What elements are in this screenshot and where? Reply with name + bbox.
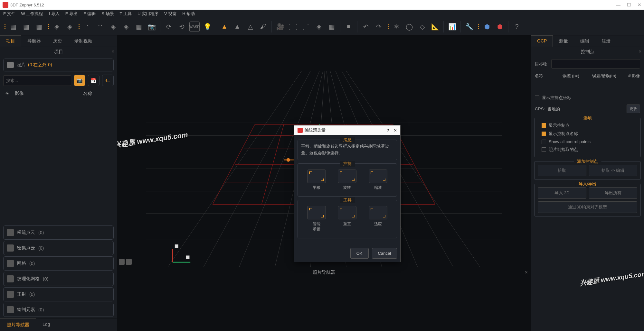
tool-dense-icon[interactable]: ∷ [95,22,105,32]
category-5[interactable]: 绘制元素 (0) [3,303,114,317]
viewport-toggle-1[interactable] [119,259,125,265]
dialog-close-button[interactable]: ✕ [393,128,397,133]
svg-point-38 [287,158,290,162]
close-nav-icon[interactable]: × [525,270,528,275]
tool-wrench-icon[interactable]: 🔧 [464,22,474,32]
menu-export[interactable]: E 导出 [65,11,78,17]
opt-show-all[interactable]: Show all control points [538,138,637,145]
tab-measure[interactable]: 测量 [553,35,574,47]
smart-reset-button[interactable] [307,206,326,219]
tool-open-icon[interactable]: ▦ [21,22,31,32]
tool-camera-icon[interactable]: 📷 [147,22,157,32]
menu-view[interactable]: V 视窗 [164,11,176,17]
export-all-button[interactable]: 导出所有 [589,187,638,199]
fit-button[interactable] [369,206,387,219]
viewport-toggle-2[interactable] [126,259,132,265]
category-3[interactable]: 纹理化网格 (0) [3,272,114,286]
menu-tools[interactable]: T 工具 [120,11,132,17]
tab-edit[interactable]: 编辑 [574,35,595,47]
tool-tri1-icon[interactable]: ▲ [219,22,230,32]
tool-cube2-icon[interactable]: ◈ [64,22,75,32]
category-icon [7,229,14,236]
tool-cube3-icon[interactable]: ◈ [314,22,324,32]
tool-box1-icon[interactable]: ⬢ [482,22,492,32]
show-coords-checkbox[interactable]: 显示控制点坐标 [531,94,644,102]
tool-help-icon[interactable]: ? [512,22,522,32]
category-2[interactable]: 网格 (0) [3,256,114,271]
dialog-title: 编辑渲染量 [305,127,326,133]
tab-log[interactable]: Log [36,318,56,331]
tab-gcp[interactable]: GCP [531,35,553,47]
target-input[interactable] [551,59,640,69]
minimize-button[interactable]: — [616,2,620,7]
tool-ruler-icon[interactable]: 📐 [430,22,440,32]
crs-change-button[interactable]: 更改 [627,105,640,113]
tool-sparse-icon[interactable]: ∴ [82,22,92,32]
menu-utilities[interactable]: U 实用程序 [137,11,158,17]
pick-button[interactable]: 拾取 [538,165,586,176]
tool-reload-icon[interactable]: ⟲ [176,22,187,32]
reset-button[interactable] [338,206,356,219]
tool-save-icon[interactable]: ▦ [34,22,44,32]
close-right-panel-icon[interactable]: × [639,49,641,54]
tool-box2-icon[interactable]: ⬢ [495,22,505,32]
tool-pts1-icon[interactable]: ⋮⋮ [288,22,298,32]
close-button[interactable]: ✕ [638,2,641,7]
tab-record[interactable]: 录制视频 [68,35,99,47]
menu-file[interactable]: F 文件 [3,11,15,17]
tab-history[interactable]: 历史 [47,35,68,47]
tool-cube1-icon[interactable]: ◈ [52,22,62,32]
category-0[interactable]: 稀疏点云 (0) [3,225,114,240]
pick-edit-button[interactable]: 拾取 -> 编辑 [589,165,638,176]
tool-tri3-icon[interactable]: △ [245,22,255,32]
tool-pts2-icon[interactable]: ⋰ [301,22,311,32]
import-3d-button[interactable]: 导入 3D [538,187,586,199]
opt-show-names[interactable]: 显示控制点名称 [538,130,637,138]
menu-edit[interactable]: E 编辑 [83,11,96,17]
tab-photo-nav[interactable]: 照片导航器 [0,318,36,331]
align-3d-button[interactable]: 通过3D约束对齐模型 [538,201,637,213]
tag-button[interactable]: 🏷 [102,75,114,86]
calendar-button[interactable]: 📅 [88,75,99,86]
opt-photo-pick[interactable]: 照片到拾取的点 [538,145,637,154]
opt-show-cp[interactable]: 显示控制点 [538,121,637,130]
dialog-ok-button[interactable]: OK [350,248,369,259]
dialog-help-button[interactable]: ? [387,128,389,133]
menu-import[interactable]: I 导入 [49,11,59,17]
tool-cube4-icon[interactable]: ▦ [327,22,337,32]
rotate-button[interactable] [338,170,356,183]
scale-button[interactable] [369,170,387,183]
tool-refresh-icon[interactable]: ⟳ [164,22,174,32]
menu-help[interactable]: H 帮助 [182,11,195,17]
category-1[interactable]: 密集点云 (0) [3,241,114,255]
tool-brush-icon[interactable]: 🖌 [258,22,268,32]
maximize-button[interactable]: ☐ [627,2,631,7]
menu-workflow[interactable]: W 工作流程 [21,11,43,17]
tab-project[interactable]: 项目 [0,35,21,47]
tab-navigator[interactable]: 导航器 [21,35,47,47]
camera-filter-button[interactable]: 📷 [74,75,85,86]
tool-wasd-icon[interactable]: WASD [189,22,200,32]
tool-cam2-icon[interactable]: 🎥 [275,22,285,32]
tool-measure-icon[interactable]: ◇ [417,22,427,32]
tool-mesh2-icon[interactable]: ◈ [121,22,131,32]
tool-chart-icon[interactable]: 📊 [447,22,457,32]
close-panel-icon[interactable]: × [112,49,114,54]
dialog-cancel-button[interactable]: Cancel [372,248,397,259]
menu-scene[interactable]: S 场景 [101,11,114,17]
tab-register[interactable]: 注册 [595,35,617,47]
tool-tri2-icon[interactable]: ▲ [232,22,242,32]
photos-header[interactable]: 照片 (0 在之外 0) [3,59,114,71]
translate-button[interactable] [307,170,326,183]
tool-new-icon[interactable]: ▦ [8,22,18,32]
tool-mesh1-icon[interactable]: ◈ [108,22,118,32]
category-4[interactable]: 正射 (0) [3,287,114,301]
tool-stop-icon[interactable]: ■ [344,22,354,32]
tool-light-icon[interactable]: 💡 [202,22,213,32]
tool-rotate-icon[interactable]: ◯ [404,22,414,32]
tool-redo-icon[interactable]: ↷ [374,22,384,32]
search-input[interactable] [3,75,71,86]
tool-orbit-icon[interactable]: ⚛ [391,22,402,32]
tool-tex-icon[interactable]: ▦ [134,22,144,32]
tool-undo-icon[interactable]: ↶ [361,22,371,32]
